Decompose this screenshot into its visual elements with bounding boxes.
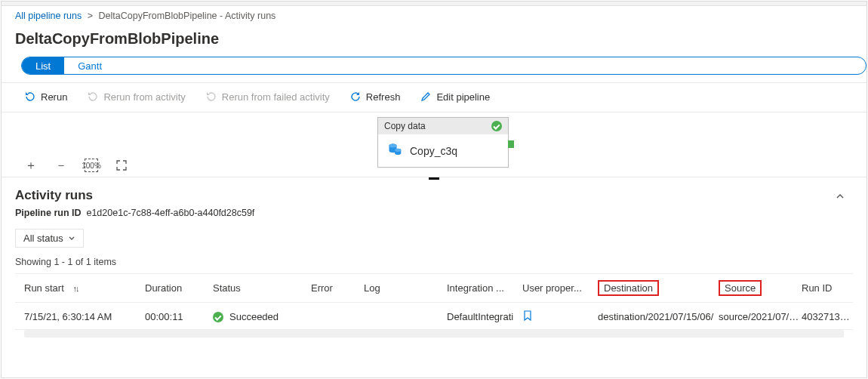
col-log[interactable]: Log — [364, 282, 447, 294]
activity-runs-section: Activity runs Pipeline run ID e1d20e1c-7… — [2, 183, 866, 344]
col-integration[interactable]: Integration ... — [447, 282, 522, 294]
result-count: Showing 1 - 1 of 1 items — [15, 257, 853, 267]
rerun-icon — [24, 91, 36, 103]
col-status[interactable]: Status — [213, 282, 311, 294]
pipeline-run-id-row: Pipeline run ID e1d20e1c-7c88-4eff-a6b0-… — [15, 208, 853, 218]
cell-run-id: 4032713a-59e0-41 — [802, 311, 853, 322]
col-source[interactable]: Source — [719, 280, 802, 296]
cell-integration: DefaultIntegrati — [447, 311, 522, 322]
fullscreen-icon[interactable] — [115, 159, 128, 172]
svg-point-1 — [389, 144, 397, 148]
activity-node-copy[interactable]: Copy data Copy_c3q — [377, 117, 509, 168]
col-destination[interactable]: Destination — [598, 280, 719, 296]
pipeline-run-id-value: e1d20e1c-7c88-4eff-a6b0-a440fd28c59f — [86, 208, 254, 218]
status-filter-label: All status — [23, 233, 63, 244]
rerun-label: Rerun — [41, 91, 67, 103]
breadcrumb: All pipeline runs > DeltaCopyFromBlobPip… — [2, 6, 866, 23]
cell-run-start: 7/15/21, 6:30:14 AM — [24, 311, 145, 322]
cell-status: Succeeded — [213, 311, 311, 322]
breadcrumb-separator: > — [88, 11, 93, 21]
rerun-failed-icon — [205, 91, 217, 103]
collapse-section-icon[interactable] — [835, 191, 845, 204]
status-filter-dropdown[interactable]: All status — [15, 229, 84, 248]
rerun-from-activity-button[interactable]: Rerun from activity — [85, 89, 186, 104]
success-icon — [491, 121, 502, 131]
horizontal-scrollbar[interactable] — [24, 330, 844, 337]
pane-splitter[interactable] — [2, 177, 866, 183]
svg-point-3 — [395, 149, 401, 152]
view-toggle-gantt[interactable]: Gantt — [64, 57, 115, 74]
cell-status-text: Succeeded — [229, 311, 279, 322]
zoom-in-icon[interactable]: ＋ — [24, 159, 38, 172]
edit-label: Edit pipeline — [436, 91, 490, 103]
pipeline-run-id-label: Pipeline run ID — [15, 208, 82, 218]
rerun-activity-icon — [87, 91, 99, 103]
activity-runs-table: Run start ↑↓ Duration Status Error Log I… — [15, 273, 853, 330]
table-header-row: Run start ↑↓ Duration Status Error Log I… — [15, 274, 853, 303]
view-toggle: List Gantt — [21, 57, 866, 75]
cell-user-properties[interactable] — [522, 310, 598, 323]
canvas-tools: ＋ － 100% — [24, 159, 128, 172]
sort-icon: ↑↓ — [72, 284, 78, 293]
view-toggle-list[interactable]: List — [22, 57, 64, 74]
section-heading: Activity runs — [15, 188, 853, 203]
cell-duration: 00:00:11 — [145, 311, 213, 322]
pipeline-canvas[interactable]: Copy data Copy_c3q ＋ － 100% — [2, 112, 866, 177]
refresh-button[interactable]: Refresh — [348, 89, 402, 104]
toolbar: Rerun Rerun from activity Rerun from fai… — [2, 82, 866, 112]
rerun-from-failed-button[interactable]: Rerun from failed activity — [204, 89, 331, 104]
activity-node-header: Copy data — [378, 118, 508, 134]
chevron-down-icon — [68, 235, 75, 242]
col-duration[interactable]: Duration — [145, 282, 213, 294]
refresh-label: Refresh — [366, 91, 401, 103]
node-output-port[interactable] — [508, 140, 514, 148]
rerun-button[interactable]: Rerun — [23, 89, 69, 104]
edit-pipeline-button[interactable]: Edit pipeline — [418, 89, 491, 104]
refresh-icon — [349, 91, 362, 103]
bookmark-icon — [522, 310, 533, 321]
activity-node-type: Copy data — [384, 121, 426, 131]
cell-destination: destination/2021/07/15/06/ — [598, 311, 719, 322]
success-icon — [213, 312, 223, 322]
col-user-properties[interactable]: User proper... — [522, 282, 598, 294]
breadcrumb-root-link[interactable]: All pipeline runs — [15, 11, 82, 21]
cell-source: source/2021/07/15/06/ — [719, 311, 802, 322]
edit-icon — [420, 91, 432, 103]
col-run-id[interactable]: Run ID — [802, 282, 853, 294]
col-error[interactable]: Error — [311, 282, 364, 294]
rerun-activity-label: Rerun from activity — [103, 91, 185, 103]
table-row[interactable]: 7/15/21, 6:30:14 AM 00:00:11 Succeeded D… — [15, 303, 853, 329]
page-title: DeltaCopyFromBlobPipeline — [2, 23, 866, 57]
rerun-failed-label: Rerun from failed activity — [222, 91, 330, 103]
zoom-fit-icon[interactable]: 100% — [85, 159, 98, 172]
activity-node-name: Copy_c3q — [410, 145, 457, 157]
database-icon — [387, 142, 402, 159]
zoom-out-icon[interactable]: － — [54, 159, 68, 172]
col-run-start[interactable]: Run start ↑↓ — [24, 282, 145, 294]
breadcrumb-current: DeltaCopyFromBlobPipeline - Activity run… — [99, 11, 276, 21]
